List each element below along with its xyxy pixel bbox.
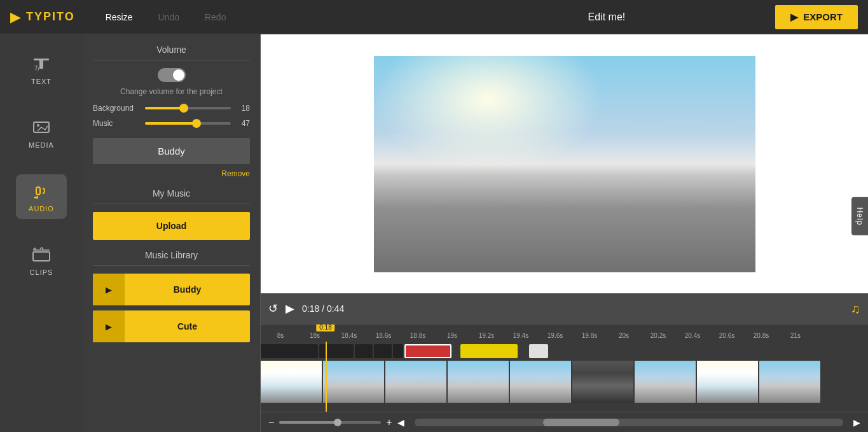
playhead-marker: 0:18 (316, 324, 334, 331)
clip-yellow-1[interactable] (460, 344, 518, 358)
background-slider-row: Background 18 (93, 104, 250, 113)
music-value: 47 (237, 119, 250, 128)
buddy-selected-button[interactable]: Buddy (93, 138, 250, 164)
undo-button[interactable]: Undo (153, 10, 184, 25)
thumb-9[interactable] (759, 361, 820, 403)
ruler-label-204: 20.4s (675, 332, 710, 339)
clips-track (261, 342, 868, 361)
my-music-title: My Music (93, 188, 250, 204)
help-tab[interactable]: Help (851, 197, 868, 235)
media-label: MEDIA (29, 141, 54, 149)
time-display: 0:18 / 0:44 (302, 303, 344, 314)
background-value: 18 (237, 104, 250, 113)
clip-white-1[interactable] (529, 344, 548, 358)
ruler-label-196: 19.6s (538, 332, 572, 339)
sidebar-item-clips[interactable]: CLIPS (17, 238, 66, 282)
ruler-label-18s: 18s (298, 332, 332, 339)
sidebar-item-text[interactable]: Ty TEXT (18, 47, 64, 92)
zoom-thumb[interactable] (334, 419, 341, 426)
clip-black-2[interactable] (319, 344, 354, 358)
export-play-icon: ▶ (790, 11, 798, 23)
ruler-label-192: 19.2s (469, 332, 504, 339)
timeline-ruler: 8s 18s 18.4s 18.6s 18.8s 19s 19.2s 19.4s… (261, 324, 868, 342)
clip-black-3[interactable] (355, 344, 373, 358)
logo-text: TYPITO (26, 10, 75, 24)
scroll-left-button[interactable]: ◀ (397, 417, 404, 428)
zoom-minus-button[interactable]: − (268, 417, 274, 428)
video-preview (374, 56, 755, 272)
clip-red-1[interactable] (404, 344, 451, 358)
thumb-4[interactable] (448, 361, 509, 403)
project-title: Edit me! (438, 11, 776, 23)
clips-icon (31, 244, 52, 265)
music-note-icon: ♫ (851, 302, 860, 316)
background-label: Background (93, 104, 139, 113)
ruler-label-19: 19s (435, 332, 469, 339)
scroll-thumb[interactable] (543, 419, 619, 426)
text-icon: Ty (31, 53, 52, 74)
thumb-6[interactable] (572, 361, 633, 403)
buddy-play-button[interactable]: ▶ (93, 274, 125, 305)
toggle-row (93, 68, 250, 82)
snow-scene (374, 56, 755, 272)
ruler-label-20: 20s (607, 332, 641, 339)
thumb-8[interactable] (697, 361, 758, 403)
cute-play-button[interactable]: ▶ (93, 310, 125, 342)
ruler-label-8s: 8s (263, 332, 298, 339)
resize-button[interactable]: Resize (100, 10, 138, 25)
timeline-area: ↺ ▶ 0:18 / 0:44 ♫ 8s 18s 18.4s 18.6s 18.… (261, 293, 868, 432)
volume-title: Volume (93, 45, 250, 60)
refresh-button[interactable]: ↺ (268, 302, 278, 316)
export-label: EXPORT (803, 11, 843, 22)
sidebar-icons: Ty TEXT MEDIA AUDIO (0, 34, 83, 432)
cute-music-name: Cute (125, 321, 250, 331)
ruler-label-184: 18.4s (332, 332, 366, 339)
play-button[interactable]: ▶ (286, 302, 294, 316)
export-button[interactable]: ▶ EXPORT (775, 5, 858, 29)
clip-black-5[interactable] (393, 344, 403, 358)
thumb-1[interactable] (261, 361, 322, 403)
topbar-nav: Resize Undo Redo (100, 10, 438, 25)
logo: ▶ TYPITO (10, 9, 75, 25)
zoom-fill (279, 421, 340, 424)
scroll-right-button[interactable]: ▶ (853, 417, 860, 428)
background-thumb[interactable] (179, 104, 188, 113)
zoom-plus-button[interactable]: + (386, 417, 392, 428)
audio-panel: Volume Change volume for the project Bac… (83, 34, 261, 432)
clip-black-1[interactable] (261, 344, 318, 358)
music-thumb[interactable] (192, 119, 201, 128)
music-slider[interactable] (145, 122, 231, 125)
music-item-buddy[interactable]: ▶ Buddy (93, 274, 250, 305)
zoom-slider[interactable] (279, 421, 381, 424)
ruler-labels: 8s 18s 18.4s 18.6s 18.8s 19s 19.2s 19.4s… (261, 332, 813, 339)
ruler-label-198: 19.8s (572, 332, 607, 339)
video-area: ↺ ▶ 0:18 / 0:44 ♫ 8s 18s 18.4s 18.6s 18.… (261, 34, 868, 432)
thumbnails-row (261, 361, 868, 404)
timeline-ruler-tracks: 8s 18s 18.4s 18.6s 18.8s 19s 19.2s 19.4s… (261, 324, 868, 412)
background-fill (145, 107, 184, 109)
buddy-music-name: Buddy (125, 284, 250, 295)
logo-icon: ▶ (10, 9, 21, 25)
thumb-5[interactable] (510, 361, 571, 403)
ruler-label-21: 21s (778, 332, 813, 339)
remove-link[interactable]: Remove (93, 169, 250, 178)
ruler-label-202: 20.2s (641, 332, 675, 339)
buddy-play-icon: ▶ (106, 285, 112, 295)
thumb-3[interactable] (385, 361, 446, 403)
upload-button[interactable]: Upload (93, 212, 250, 240)
tracks-area (261, 342, 868, 412)
thumb-7[interactable] (635, 361, 696, 403)
redo-button[interactable]: Redo (200, 10, 231, 25)
audio-label: AUDIO (29, 205, 54, 213)
scroll-track[interactable] (415, 419, 843, 426)
svg-text:Ty: Ty (34, 64, 41, 71)
clip-black-4[interactable] (374, 344, 392, 358)
sidebar-item-audio[interactable]: AUDIO (16, 174, 67, 219)
music-item-cute[interactable]: ▶ Cute (93, 310, 250, 342)
volume-toggle[interactable] (158, 68, 186, 82)
background-slider[interactable] (145, 107, 231, 109)
ruler-label-186: 18.6s (366, 332, 401, 339)
thumb-2[interactable] (323, 361, 384, 403)
music-slider-row: Music 47 (93, 119, 250, 128)
sidebar-item-media[interactable]: MEDIA (16, 111, 67, 155)
